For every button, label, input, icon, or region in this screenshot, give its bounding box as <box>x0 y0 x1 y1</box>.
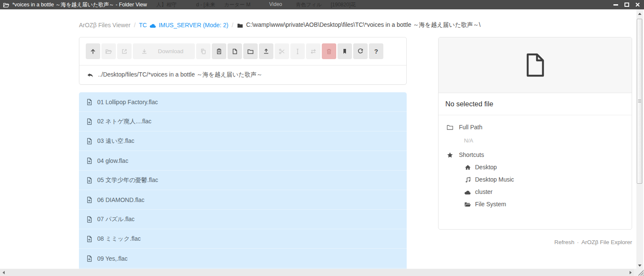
paste-icon <box>216 48 222 55</box>
cut-icon <box>278 48 285 55</box>
file-list: 01 Lollipop Factory.flac 02 ネトゲ廃人....fla… <box>79 92 407 269</box>
file-name: 02 ネトゲ廃人....flac <box>97 118 152 125</box>
refresh-icon <box>357 48 364 55</box>
maximize-icon <box>624 3 629 7</box>
triangle-left-icon <box>3 271 5 274</box>
footer-separator: · <box>577 239 579 245</box>
file-name: 04 glow.flac <box>97 157 128 164</box>
breadcrumb-app-label[interactable]: ArOZβ Files Viewer <box>79 22 130 28</box>
file-row[interactable]: 05 文学少年の憂鬱.flac <box>79 171 407 190</box>
breadcrumb-path-text: C:\wamp\www\private\AOB\Desktop\files\TC… <box>246 21 481 29</box>
scroll-left-button[interactable] <box>0 269 7 276</box>
shortcut-file-system[interactable]: File System <box>464 201 624 208</box>
audio-file-icon <box>86 216 93 223</box>
file-row[interactable]: 06 DIAMOND.flac <box>79 190 407 210</box>
ghost-text: [190820]花 <box>331 1 356 9</box>
upload-button[interactable] <box>259 43 273 59</box>
shortcut-desktop-music[interactable]: Desktop Music <box>464 176 624 183</box>
file-row[interactable]: 04 glow.flac <box>79 151 407 171</box>
shortcut-label: cluster <box>475 188 492 195</box>
file-row[interactable]: 07 パズル.flac <box>79 210 407 229</box>
close-icon <box>635 2 640 7</box>
folder-open-icon <box>464 201 471 207</box>
maximize-button[interactable] <box>624 2 630 8</box>
scroll-up-button[interactable] <box>636 10 643 17</box>
music-icon <box>464 176 471 183</box>
breadcrumb-path: C:\wamp\www\private\AOB\Desktop\files\TC… <box>237 21 481 29</box>
swap-arrows-icon <box>310 48 317 55</box>
refresh-button[interactable] <box>353 43 368 59</box>
download-label: Download <box>158 48 183 54</box>
full-path-value: N/A <box>464 137 624 144</box>
ghost-text: d - [未来 <box>196 1 215 9</box>
rename-icon <box>294 48 301 55</box>
file-row[interactable]: 03 遠い空.flac <box>79 131 407 151</box>
file-row[interactable]: 01 Lollipop Factory.flac <box>79 92 407 112</box>
star-icon <box>447 152 453 158</box>
breadcrumb-drive-label: TC <box>139 22 147 28</box>
ghost-text: カーター M <box>224 1 250 9</box>
folder-open-icon <box>3 2 9 8</box>
audio-file-icon <box>86 157 93 164</box>
full-path-label: Full Path <box>459 124 482 131</box>
breadcrumb-server-link[interactable]: TC IMUS_SERVER (Mode: 2) <box>139 22 228 28</box>
parent-directory-path: ../Desktop/files/TC/*voices in a bottle … <box>98 71 262 79</box>
copy-icon <box>200 48 207 55</box>
audio-file-icon <box>86 177 93 184</box>
minimize-button[interactable] <box>613 2 619 8</box>
shortcut-label: Desktop Music <box>475 176 514 183</box>
file-row[interactable]: 02 ネトゲ廃人....flac <box>79 112 407 131</box>
scroll-down-button[interactable] <box>636 262 643 269</box>
delete-button[interactable] <box>322 43 336 59</box>
triangle-up-icon <box>638 13 641 15</box>
file-row[interactable]: 08 ミミック.flac <box>79 229 407 249</box>
shortcuts-row: Shortcuts <box>447 151 624 158</box>
cloud-icon <box>149 23 156 28</box>
open-button[interactable] <box>101 43 116 59</box>
resize-grip-icon <box>637 269 644 276</box>
file-name: 06 DIAMOND.flac <box>97 196 144 203</box>
app-name-link[interactable]: ArOZβ File Explorer <box>581 239 632 245</box>
file-name: 05 文学少年の憂鬱.flac <box>97 176 158 184</box>
rename-button[interactable] <box>290 43 305 59</box>
breadcrumb-separator: / <box>232 22 233 28</box>
breadcrumb-server-label: IMUS_SERVER (Mode: 2) <box>159 22 228 28</box>
folder-icon <box>237 23 243 28</box>
refresh-link[interactable]: Refresh <box>554 239 574 245</box>
new-file-button[interactable] <box>228 43 242 59</box>
file-details: Full Path N/A Shortcuts Desktop Desktop … <box>439 115 632 219</box>
trash-icon <box>326 48 332 55</box>
document-icon <box>525 52 546 78</box>
full-path-row: Full Path <box>447 124 624 131</box>
close-button[interactable] <box>635 2 641 8</box>
audio-file-icon <box>86 236 93 242</box>
help-button[interactable]: ? <box>369 43 383 59</box>
new-folder-button[interactable] <box>243 43 258 59</box>
vertical-scrollbar[interactable] <box>636 9 643 269</box>
vertical-scrollbar-thumb[interactable] <box>637 19 642 184</box>
shortcut-label: File System <box>475 201 506 208</box>
scroll-right-button[interactable] <box>627 269 634 276</box>
triangle-down-icon <box>638 265 641 267</box>
resize-grip[interactable] <box>634 269 644 276</box>
open-external-button[interactable] <box>117 43 132 59</box>
home-icon <box>464 164 471 170</box>
file-row[interactable]: 09 Yes,.flac <box>79 249 407 268</box>
go-up-button[interactable] <box>86 43 100 59</box>
copy-button[interactable] <box>196 43 211 59</box>
scrollbar-grip-icon <box>638 100 641 103</box>
move-button[interactable] <box>306 43 321 59</box>
shortcut-desktop[interactable]: Desktop <box>464 164 624 171</box>
horizontal-scrollbar[interactable] <box>0 269 634 276</box>
window-title: *voices in a bottle ～海を越え届いた歌声～ - Folder… <box>12 1 147 9</box>
file-name: 03 遠い空.flac <box>97 137 134 145</box>
paste-button[interactable] <box>212 43 226 59</box>
shortcut-cluster[interactable]: cluster <box>464 188 624 195</box>
ghost-text: 青色フィル <box>296 1 322 9</box>
cut-button[interactable] <box>275 43 289 59</box>
audio-file-icon <box>86 118 93 125</box>
download-button[interactable]: Download <box>133 43 195 59</box>
bookmark-button[interactable] <box>337 43 352 59</box>
download-icon <box>141 48 148 55</box>
parent-directory-link[interactable]: ../Desktop/files/TC/*voices in a bottle … <box>79 65 406 84</box>
